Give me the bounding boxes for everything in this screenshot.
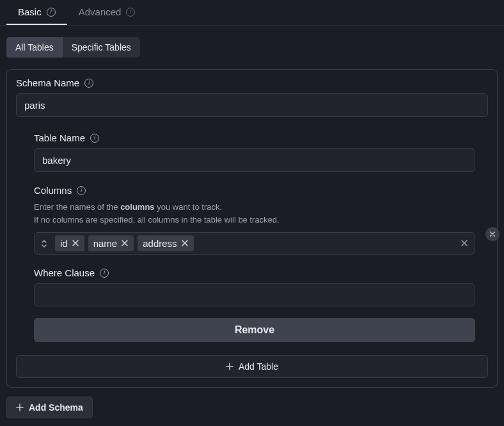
add-schema-button[interactable]: Add Schema xyxy=(6,397,93,418)
remove-tag-icon[interactable] xyxy=(121,239,129,248)
where-clause-label-text: Where Clause xyxy=(34,267,95,278)
column-tag: id xyxy=(55,235,84,251)
columns-help-post: you want to track. xyxy=(155,202,223,212)
remove-tag-icon[interactable] xyxy=(72,239,79,248)
content-area: All Tables Specific Tables Schema Name T… xyxy=(0,26,504,425)
info-icon xyxy=(47,8,56,17)
sort-icon[interactable] xyxy=(40,239,49,248)
info-icon xyxy=(90,134,99,143)
where-clause-label: Where Clause xyxy=(34,267,475,278)
column-tag-label: name xyxy=(93,238,118,249)
schema-name-label-text: Schema Name xyxy=(16,77,79,88)
add-table-button[interactable]: Add Table xyxy=(16,355,488,378)
tab-basic-label: Basic xyxy=(18,6,42,17)
columns-help-line2: If no columns are specified, all columns… xyxy=(34,215,280,225)
add-schema-label: Add Schema xyxy=(29,402,83,413)
where-clause-input[interactable] xyxy=(34,283,475,306)
table-name-input[interactable] xyxy=(34,148,475,172)
info-icon xyxy=(77,186,86,195)
columns-tag-input[interactable]: idnameaddress xyxy=(34,232,475,255)
schema-name-input[interactable] xyxy=(16,93,488,117)
info-icon xyxy=(84,79,93,88)
close-table-button[interactable] xyxy=(485,227,500,241)
tab-basic[interactable]: Basic xyxy=(6,0,67,25)
column-tag: address xyxy=(138,235,193,251)
columns-label: Columns xyxy=(34,185,475,196)
column-tag: name xyxy=(88,235,134,251)
table-block: Table Name Columns Enter the names of th… xyxy=(16,132,488,342)
tabs-bar: Basic Advanced xyxy=(0,0,504,26)
seg-all-tables[interactable]: All Tables xyxy=(6,37,63,58)
plus-icon xyxy=(226,363,233,370)
table-name-label-text: Table Name xyxy=(34,132,85,143)
schema-name-label: Schema Name xyxy=(16,77,488,88)
tab-advanced-label: Advanced xyxy=(79,6,122,17)
columns-label-text: Columns xyxy=(34,185,72,196)
remove-table-button[interactable]: Remove xyxy=(34,318,475,342)
tab-advanced[interactable]: Advanced xyxy=(67,0,147,25)
info-icon xyxy=(126,8,135,17)
info-icon xyxy=(100,269,109,278)
table-name-label: Table Name xyxy=(34,132,475,143)
columns-help-pre: Enter the names of the xyxy=(34,202,120,212)
columns-help-bold: columns xyxy=(120,202,154,212)
columns-help-text: Enter the names of the columns you want … xyxy=(34,201,475,226)
add-table-label: Add Table xyxy=(239,361,278,372)
column-tag-label: address xyxy=(143,238,177,249)
remove-tag-icon[interactable] xyxy=(181,239,189,248)
table-scope-segmented: All Tables Specific Tables xyxy=(6,37,140,58)
schema-card: Schema Name Table Name Columns Enter the xyxy=(6,69,498,388)
plus-icon xyxy=(16,404,24,411)
seg-specific-tables[interactable]: Specific Tables xyxy=(63,37,140,58)
clear-all-tags[interactable] xyxy=(461,238,469,249)
column-tag-label: id xyxy=(60,238,68,249)
